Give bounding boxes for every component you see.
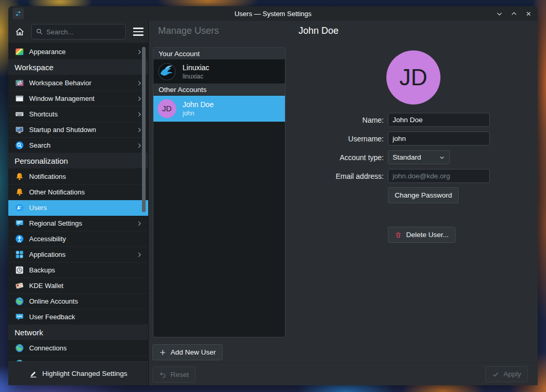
highlighter-pen-icon [29, 370, 37, 378]
change-password-button[interactable]: Change Password [388, 187, 459, 203]
sidebar-item-user-feedback[interactable]: User Feedback [8, 309, 148, 325]
initials-avatar: JD [158, 99, 176, 118]
email-label: Email address: [289, 172, 384, 180]
system-settings-app-icon [12, 8, 24, 19]
sidebar-item-startup-and-shutdown[interactable]: Startup and Shutdown [8, 122, 148, 138]
sidebar-scrollbar [142, 45, 146, 359]
user-form: Name:Username:Account type:StandardEmail… [289, 113, 490, 183]
appearance-icon [15, 47, 24, 57]
hamburger-menu-icon[interactable] [132, 25, 145, 38]
home-icon[interactable] [13, 25, 27, 38]
name-label: Name: [289, 116, 384, 124]
delete-user-button[interactable]: Delete User... [388, 227, 456, 243]
sidebar-item-workspace-behavior[interactable]: Workspace Behavior [8, 75, 148, 91]
window-controls [495, 6, 532, 21]
account-row-linuxiac[interactable]: Linuxiaclinuxiac [153, 60, 285, 84]
globe-icon [15, 297, 24, 306]
chevron-down-icon [439, 154, 445, 161]
feedback-icon [15, 312, 24, 322]
sidebar-item-label: Startup and Shutdown [29, 126, 96, 134]
content-header: Manage Users John Doe [149, 21, 538, 43]
apply-button[interactable]: Apply [485, 366, 528, 382]
sidebar-item-blank[interactable] [8, 356, 148, 361]
account-type-label: Account type: [289, 153, 384, 162]
sidebar-item-shortcuts[interactable]: Shortcuts [8, 107, 148, 122]
minimize-icon[interactable] [495, 9, 503, 18]
globe-icon [15, 344, 24, 353]
sidebar-item-label: Online Accounts [29, 297, 78, 305]
sidebar-item-accessibility[interactable]: Accessibility [8, 231, 148, 247]
plus-icon [159, 349, 166, 356]
sidebar-item-connections[interactable]: Connections [8, 341, 148, 356]
reset-button[interactable]: Reset [152, 367, 196, 383]
bell-icon [15, 172, 24, 181]
sidebar-section-personalization: Personalization [8, 153, 148, 169]
sidebar-item-window-management[interactable]: Window Management [8, 91, 148, 107]
window-title: Users — System Settings [8, 10, 538, 18]
trash-icon [395, 231, 402, 239]
accessibility-icon [15, 234, 24, 244]
button-bar: Reset Apply [149, 362, 538, 385]
sidebar-item-users[interactable]: Users [8, 200, 148, 216]
account-username: linuxiac [183, 73, 209, 80]
account-row-john[interactable]: JDJohn Doejohn [153, 96, 285, 122]
name-field[interactable] [388, 113, 490, 127]
account-name: Linuxiac [183, 63, 209, 72]
sidebar-item-label: Regional Settings [29, 219, 82, 227]
sidebar-item-online-accounts[interactable]: Online Accounts [8, 294, 148, 309]
sidebar-list: AppearanceWorkspaceWorkspace BehaviorWin… [8, 43, 148, 361]
sidebar-item-label: Appearance [29, 48, 66, 56]
user-avatar[interactable]: JD [386, 50, 440, 104]
sidebar-item-label: Shortcuts [29, 110, 58, 118]
content-pane: Manage Users John Doe Your AccountLinuxi… [148, 21, 538, 385]
chat-flag-icon [15, 219, 24, 228]
email-field[interactable] [388, 169, 490, 183]
system-settings-window: Users — System Settings [8, 6, 538, 385]
search-icon [36, 28, 43, 35]
keyboard-icon [15, 110, 24, 119]
sidebar-item-label: User Feedback [29, 313, 75, 321]
user-detail-panel: JD Name:Username:Account type:StandardEm… [289, 43, 538, 362]
sidebar-item-notifications[interactable]: Notifications [8, 169, 148, 185]
maximize-icon[interactable] [510, 9, 518, 18]
close-icon[interactable] [524, 9, 532, 18]
workspace-behavior-icon [15, 79, 24, 88]
username-field[interactable] [388, 132, 490, 146]
monitor-icon [15, 125, 24, 135]
sidebar-item-label: Notifications [29, 173, 66, 180]
sidebar-item-label: Window Management [29, 95, 95, 102]
sidebar-item-regional-settings[interactable]: Regional Settings [8, 216, 148, 231]
account-type-select[interactable]: Standard [388, 150, 450, 164]
account-texts: Linuxiaclinuxiac [183, 63, 209, 80]
add-new-user-button[interactable]: Add New User [152, 344, 223, 360]
sidebar-item-label: Backups [29, 266, 55, 274]
sidebar-item-kde-wallet[interactable]: KDE Wallet [8, 278, 148, 294]
accounts-section-other-accounts: Other Accounts [153, 84, 285, 96]
sidebar-item-appearance[interactable]: Appearance [8, 44, 148, 60]
linuxiac-bird-avatar [158, 62, 176, 81]
sidebar-section-workspace: Workspace [8, 60, 148, 75]
sidebar-item-label: Applications [29, 251, 66, 258]
sidebar-item-label: Workspace Behavior [29, 79, 92, 87]
accounts-section-your-account: Your Account [153, 48, 285, 60]
sidebar-item-backups[interactable]: Backups [8, 263, 148, 278]
window-management-icon [15, 94, 24, 103]
sidebar-item-label: Users [29, 204, 47, 212]
section-title: Manage Users [158, 25, 219, 36]
highlight-changed-settings[interactable]: Highlight Changed Settings [8, 361, 148, 385]
sidebar-scrollbar-handle[interactable] [142, 47, 146, 212]
search-input[interactable] [43, 28, 125, 36]
check-icon [492, 371, 499, 378]
sidebar-item-label: Accessibility [29, 235, 66, 243]
page-title: John Doe [298, 25, 339, 36]
wallet-icon [15, 281, 24, 291]
app-grid-icon [15, 250, 24, 259]
sidebar-item-label: Search [29, 141, 50, 149]
sidebar-item-other-notifications[interactable]: Other Notifications [8, 185, 148, 200]
sidebar-item-search[interactable]: Search [8, 138, 148, 153]
search-box [31, 24, 126, 40]
sidebar-item-applications[interactable]: Applications [8, 247, 148, 263]
undo-icon [159, 371, 166, 378]
account-username: john [183, 110, 214, 117]
account-texts: John Doejohn [183, 100, 214, 117]
